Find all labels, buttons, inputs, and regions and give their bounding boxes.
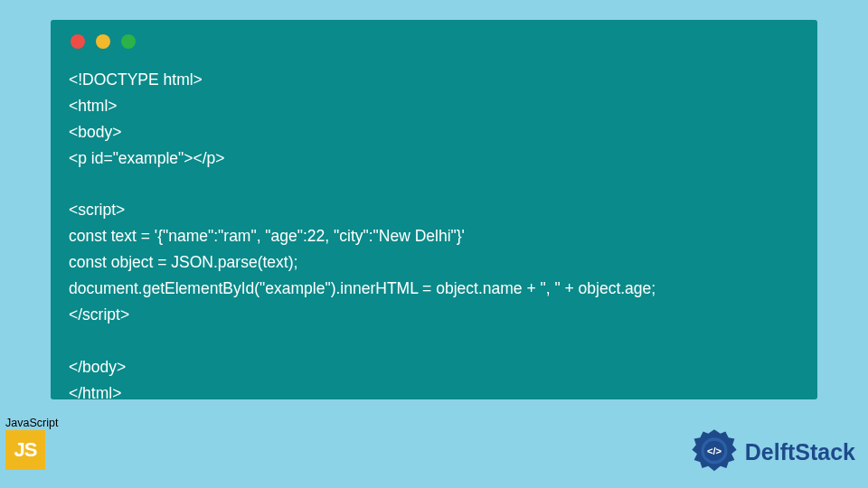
- maximize-icon: [121, 34, 136, 49]
- js-logo-icon: JS: [5, 430, 45, 470]
- code-block: <!DOCTYPE html> <html> <body> <p id="exa…: [69, 67, 799, 406]
- window-controls: [69, 34, 799, 49]
- javascript-badge: JavaScript JS: [5, 417, 65, 470]
- code-window: <!DOCTYPE html> <html> <body> <p id="exa…: [51, 20, 817, 399]
- delftstack-icon: </>: [689, 427, 740, 477]
- svg-text:</>: </>: [707, 446, 722, 456]
- close-icon: [71, 34, 85, 49]
- brand-logo: </> DelftStack: [689, 427, 855, 477]
- brand-name: DelftStack: [745, 439, 855, 465]
- minimize-icon: [96, 34, 110, 49]
- badge-label: JavaScript: [5, 417, 65, 429]
- js-logo-text: JS: [14, 438, 37, 462]
